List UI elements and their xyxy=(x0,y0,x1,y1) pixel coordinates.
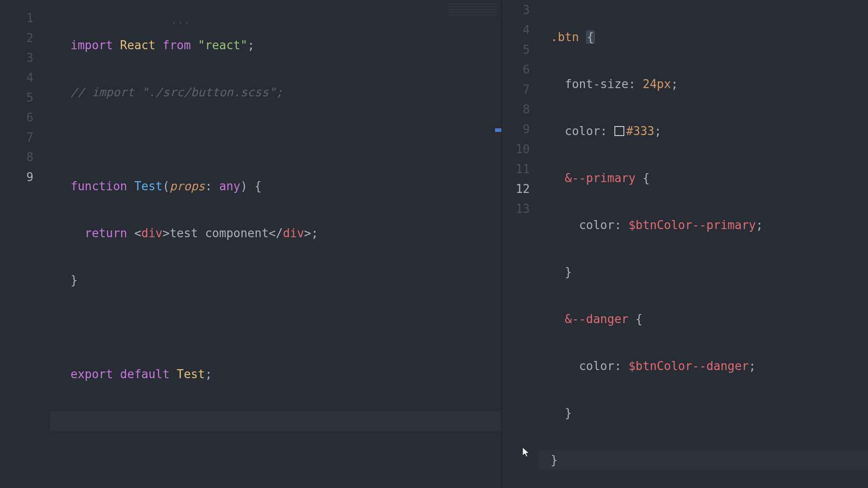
scss-parent-ref: & xyxy=(565,171,572,185)
keyword-return: return xyxy=(85,226,127,240)
comment: // import "./src/button.scss"; xyxy=(71,85,283,99)
minimap[interactable] xyxy=(448,4,498,23)
code-line[interactable]: &--danger { xyxy=(539,309,868,329)
code-line[interactable]: } xyxy=(539,450,868,470)
line-number-gutter[interactable]: 1 2 3 4 5 6 7 8 9 xyxy=(0,0,50,488)
line-number[interactable]: 10 xyxy=(502,139,539,159)
line-number[interactable]: 12 xyxy=(502,179,539,199)
code-line[interactable]: font-size: 24px; xyxy=(539,74,868,94)
modifier: --primary xyxy=(572,171,636,185)
line-number[interactable]: 4 xyxy=(502,20,539,40)
css-property: color xyxy=(579,359,614,373)
scss-editor[interactable]: 3 4 5 6 7 8 9 10 11 12 13 .btn { font-si… xyxy=(502,0,868,488)
line-number-gutter[interactable]: 3 4 5 6 7 8 9 10 11 12 13 xyxy=(502,0,539,488)
close-brace: } xyxy=(551,453,558,467)
type-any: any xyxy=(219,179,241,193)
tsx-editor[interactable]: 1 2 3 4 5 6 7 8 9 import React from "rea… xyxy=(0,0,501,488)
line-number[interactable]: 2 xyxy=(0,28,50,48)
editor-pane-top-right[interactable]: 3 4 5 6 7 8 9 10 11 12 13 .btn { font-si… xyxy=(502,0,868,488)
jsx-text: test component xyxy=(170,226,269,240)
line-number[interactable]: 6 xyxy=(502,60,539,80)
hex-color: #333 xyxy=(626,124,655,138)
code-line[interactable]: return <div>test component</div>; xyxy=(50,223,501,243)
scroll-position-marker xyxy=(495,128,501,132)
param: props xyxy=(170,179,205,193)
code-line[interactable] xyxy=(50,129,501,149)
keyword-default: default xyxy=(120,367,170,381)
line-number[interactable]: 8 xyxy=(502,99,539,119)
line-number[interactable]: 1 xyxy=(0,8,50,28)
identifier-test: Test xyxy=(177,367,205,381)
code-area[interactable]: import React from "react"; // import "./… xyxy=(50,0,501,488)
code-line[interactable]: color: $btnColor--danger; xyxy=(539,356,868,376)
code-line[interactable] xyxy=(50,411,501,431)
line-number[interactable]: 5 xyxy=(0,88,50,108)
color-swatch-icon[interactable] xyxy=(614,126,624,136)
modifier: --danger xyxy=(572,312,628,326)
code-line[interactable]: } xyxy=(539,403,868,423)
scss-parent-ref: & xyxy=(565,312,572,326)
scss-variable: $btnColor--danger xyxy=(628,359,749,373)
css-property: color xyxy=(579,218,614,232)
code-line[interactable]: } xyxy=(539,262,868,282)
function-name: Test xyxy=(134,179,163,193)
keyword-function: function xyxy=(71,179,127,193)
line-number[interactable]: 3 xyxy=(0,48,50,68)
jsx-tag: div xyxy=(283,226,304,240)
line-number[interactable]: 11 xyxy=(502,159,539,179)
code-line[interactable]: // import "./src/button.scss"; xyxy=(50,82,501,102)
identifier-react: React xyxy=(120,38,156,52)
keyword-import: import xyxy=(71,38,113,52)
line-number[interactable]: 9 xyxy=(0,167,50,187)
code-line[interactable]: color: $btnColor--primary; xyxy=(539,215,868,235)
code-line[interactable]: &--primary { xyxy=(539,168,868,188)
css-value: 24px xyxy=(643,77,671,91)
line-number[interactable]: 6 xyxy=(0,108,50,127)
line-number[interactable]: 3 xyxy=(502,0,539,20)
code-line[interactable] xyxy=(50,317,501,337)
line-number[interactable]: 4 xyxy=(0,68,50,88)
code-line[interactable]: export default Test; xyxy=(50,364,501,384)
string-literal: "react" xyxy=(198,38,248,52)
line-number[interactable]: 8 xyxy=(0,147,50,167)
line-number[interactable]: 13 xyxy=(502,199,539,219)
jsx-tag: div xyxy=(142,226,163,240)
css-property: font-size xyxy=(565,77,628,91)
selector: .btn xyxy=(551,30,579,44)
line-number[interactable]: 9 xyxy=(502,119,539,139)
folded-indicator: ··· xyxy=(172,18,191,28)
code-area[interactable]: .btn { font-size: 24px; color: #333; &--… xyxy=(539,0,868,488)
keyword-export: export xyxy=(71,367,113,381)
line-number[interactable]: 7 xyxy=(502,80,539,99)
css-property: color xyxy=(565,124,600,138)
open-brace: { xyxy=(586,30,595,44)
line-number[interactable]: 7 xyxy=(0,127,50,147)
code-line[interactable]: color: #333; xyxy=(539,121,868,141)
line-number[interactable]: 5 xyxy=(502,40,539,60)
scss-variable: $btnColor--primary xyxy=(628,218,756,232)
editor-pane-left[interactable]: ··· 1 2 3 4 5 6 7 8 9 import React from … xyxy=(0,0,502,488)
keyword-from: from xyxy=(163,38,191,52)
code-line[interactable]: import React from "react"; xyxy=(50,35,501,55)
code-line[interactable]: } xyxy=(50,270,501,290)
code-line[interactable]: .btn { xyxy=(539,27,868,47)
code-line[interactable]: function Test(props: any) { xyxy=(50,176,501,196)
